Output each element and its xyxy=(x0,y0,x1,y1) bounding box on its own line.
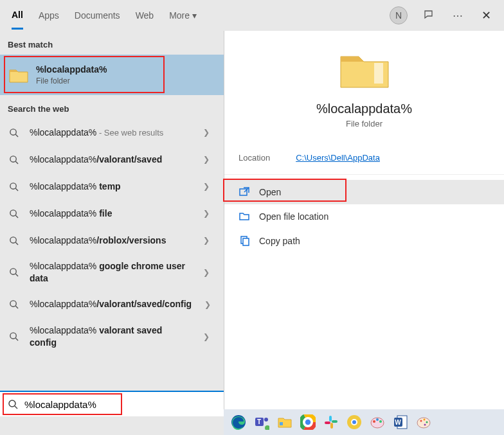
svg-rect-34 xyxy=(329,416,332,422)
chevron-right-icon[interactable]: ❯ xyxy=(198,152,215,166)
chevron-right-icon[interactable]: ❯ xyxy=(198,233,215,247)
action-open-label: Open xyxy=(259,187,281,197)
chevron-right-icon[interactable]: ❯ xyxy=(198,179,215,193)
svg-line-9 xyxy=(15,242,18,245)
detail-title: %localappdata% xyxy=(316,102,412,116)
web-result-item[interactable]: %localappdata%/valorant/saved❯ xyxy=(0,146,224,173)
svg-line-5 xyxy=(15,188,18,191)
search-icon xyxy=(9,209,22,218)
svg-point-4 xyxy=(10,182,16,188)
svg-rect-37 xyxy=(325,422,330,424)
web-result-text: %localappdata%/valorant/saved/config xyxy=(30,298,192,310)
svg-point-43 xyxy=(376,418,379,421)
action-copy-path[interactable]: Copy path xyxy=(224,229,504,253)
web-result-item[interactable]: %localappdata%/valorant/saved/config❯ xyxy=(0,291,224,318)
svg-point-49 xyxy=(420,420,422,422)
feedback-icon[interactable] xyxy=(423,9,436,22)
web-result-item[interactable]: %localappdata% google chrome user data❯ xyxy=(0,254,224,291)
search-icon xyxy=(9,332,22,341)
tab-apps[interactable]: Apps xyxy=(39,3,59,28)
search-tabs: All Apps Documents Web More ▾ N ⋯ ✕ xyxy=(0,0,504,31)
web-result-item[interactable]: %localappdata%/roblox/versions❯ xyxy=(0,227,224,254)
svg-point-20 xyxy=(9,400,15,407)
svg-text:W: W xyxy=(395,419,401,426)
detail-subtitle: File folder xyxy=(346,119,382,129)
edge-icon[interactable] xyxy=(229,413,248,432)
svg-point-51 xyxy=(426,422,428,423)
folder-icon xyxy=(9,67,28,84)
web-result-text: %localappdata% file xyxy=(30,208,190,220)
svg-point-26 xyxy=(265,425,269,430)
big-folder-icon xyxy=(339,49,390,90)
detail-panel: %localappdata% File folder Location C:\U… xyxy=(224,31,504,416)
svg-rect-35 xyxy=(332,420,338,423)
folder-location-icon xyxy=(239,211,250,222)
chevron-down-icon: ▾ xyxy=(192,10,197,21)
web-result-text: %localappdata% google chrome user data xyxy=(30,260,190,285)
tab-more[interactable]: More ▾ xyxy=(169,3,197,28)
web-result-item[interactable]: %localappdata% valorant saved config❯ xyxy=(0,318,224,355)
chrome-icon[interactable] xyxy=(298,413,318,432)
search-icon xyxy=(8,399,18,409)
web-result-text: %localappdata% valorant saved config xyxy=(30,324,190,349)
section-search-web: Search the web xyxy=(0,95,224,119)
search-input[interactable] xyxy=(24,399,216,410)
svg-rect-16 xyxy=(374,63,383,84)
section-best-match: Best match xyxy=(0,31,224,55)
best-match-title: %localappdata% xyxy=(36,64,215,76)
svg-rect-36 xyxy=(330,423,333,429)
svg-line-1 xyxy=(15,134,18,137)
svg-point-25 xyxy=(264,418,268,422)
more-options-icon[interactable]: ⋯ xyxy=(451,9,464,22)
svg-line-15 xyxy=(15,339,18,341)
paint-icon[interactable] xyxy=(368,413,387,432)
palette-icon[interactable] xyxy=(414,413,433,432)
word-icon[interactable]: W xyxy=(391,413,410,432)
svg-point-50 xyxy=(424,419,426,421)
teams-icon[interactable]: T xyxy=(252,413,271,432)
slack-icon[interactable] xyxy=(321,413,341,432)
svg-point-52 xyxy=(424,424,426,426)
action-copy-label: Copy path xyxy=(259,236,300,246)
svg-point-2 xyxy=(10,155,16,161)
location-link[interactable]: C:\Users\Dell\AppData xyxy=(296,153,380,163)
copy-icon xyxy=(239,235,250,247)
action-open-loc-label: Open file location xyxy=(259,211,328,222)
chevron-right-icon[interactable]: ❯ xyxy=(198,330,215,344)
tab-all[interactable]: All xyxy=(12,2,23,30)
svg-point-44 xyxy=(379,420,382,423)
svg-point-42 xyxy=(373,420,375,423)
action-open[interactable]: Open xyxy=(224,180,504,204)
svg-point-10 xyxy=(10,269,16,274)
svg-line-13 xyxy=(15,306,18,309)
tab-web[interactable]: Web xyxy=(136,3,154,28)
web-result-text: %localappdata% - See web results xyxy=(30,127,190,139)
svg-point-14 xyxy=(10,333,16,339)
svg-point-12 xyxy=(10,301,16,306)
open-icon xyxy=(239,186,250,198)
chevron-right-icon[interactable]: ❯ xyxy=(198,206,215,220)
web-result-text: %localappdata%/valorant/saved xyxy=(30,154,190,166)
action-open-location[interactable]: Open file location xyxy=(224,204,504,229)
web-result-text: %localappdata% temp xyxy=(30,181,190,193)
svg-rect-27 xyxy=(280,422,283,425)
chevron-right-icon[interactable]: ❯ xyxy=(199,297,216,312)
chevron-right-icon[interactable]: ❯ xyxy=(198,265,215,280)
svg-line-3 xyxy=(15,161,18,164)
tab-documents[interactable]: Documents xyxy=(75,3,120,28)
svg-line-7 xyxy=(15,215,18,218)
web-result-item[interactable]: %localappdata% temp❯ xyxy=(0,173,224,200)
search-icon xyxy=(9,155,22,164)
explorer-icon[interactable] xyxy=(275,413,294,432)
close-icon[interactable]: ✕ xyxy=(480,9,492,22)
chrome-canary-icon[interactable] xyxy=(345,413,364,432)
svg-point-8 xyxy=(10,236,16,242)
taskbar: T W xyxy=(224,409,504,435)
chevron-right-icon[interactable]: ❯ xyxy=(198,125,215,139)
search-bar[interactable] xyxy=(0,391,224,416)
web-result-item[interactable]: %localappdata% - See web results❯ xyxy=(0,119,224,146)
user-avatar[interactable]: N xyxy=(390,6,408,24)
web-result-text: %localappdata%/roblox/versions xyxy=(30,235,190,247)
web-result-item[interactable]: %localappdata% file❯ xyxy=(0,200,224,227)
best-match-item[interactable]: %localappdata% File folder xyxy=(0,55,224,95)
